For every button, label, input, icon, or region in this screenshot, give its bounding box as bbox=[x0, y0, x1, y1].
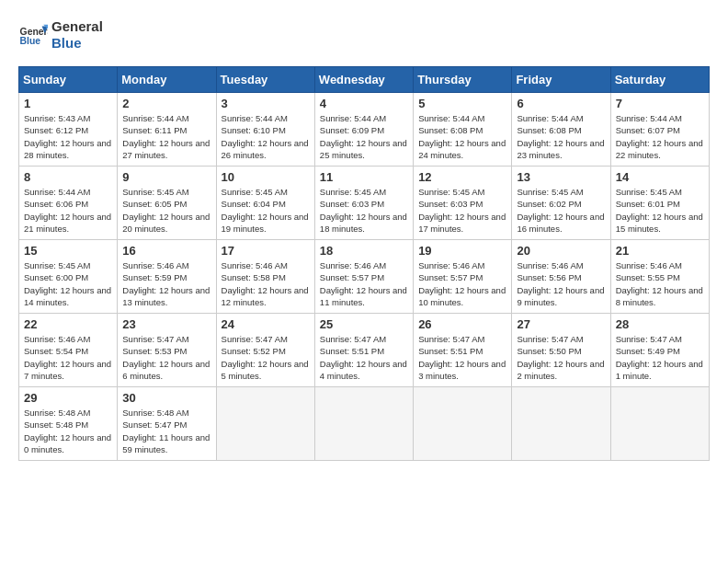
day-number: 2 bbox=[122, 97, 210, 110]
day-cell-2: 2 Sunrise: 5:44 AMSunset: 6:11 PMDayligh… bbox=[118, 93, 216, 167]
day-info: Sunrise: 5:47 AMSunset: 5:53 PMDaylight:… bbox=[122, 333, 210, 382]
day-cell-24: 24 Sunrise: 5:47 AMSunset: 5:52 PMDaylig… bbox=[216, 314, 314, 387]
day-cell-10: 10 Sunrise: 5:45 AMSunset: 6:04 PMDaylig… bbox=[216, 167, 314, 240]
day-number: 26 bbox=[418, 317, 506, 331]
day-number: 6 bbox=[517, 97, 605, 110]
day-cell-29: 29 Sunrise: 5:48 AMSunset: 5:48 PMDaylig… bbox=[19, 387, 118, 461]
col-monday: Monday bbox=[118, 67, 216, 93]
empty-cell bbox=[610, 387, 709, 461]
day-cell-30: 30 Sunrise: 5:48 AMSunset: 5:47 PMDaylig… bbox=[118, 387, 216, 461]
day-info: Sunrise: 5:45 AMSunset: 6:02 PMDaylight:… bbox=[517, 186, 605, 235]
day-number: 19 bbox=[418, 244, 506, 258]
day-info: Sunrise: 5:45 AMSunset: 6:00 PMDaylight:… bbox=[24, 259, 112, 308]
day-cell-13: 13 Sunrise: 5:45 AMSunset: 6:02 PMDaylig… bbox=[512, 167, 610, 240]
week-row-2: 8 Sunrise: 5:44 AMSunset: 6:06 PMDayligh… bbox=[19, 167, 710, 240]
day-info: Sunrise: 5:47 AMSunset: 5:50 PMDaylight:… bbox=[517, 333, 605, 382]
day-cell-8: 8 Sunrise: 5:44 AMSunset: 6:06 PMDayligh… bbox=[19, 167, 118, 240]
empty-cell bbox=[216, 387, 314, 461]
day-info: Sunrise: 5:46 AMSunset: 5:55 PMDaylight:… bbox=[616, 259, 704, 308]
col-sunday: Sunday bbox=[19, 67, 118, 93]
day-info: Sunrise: 5:44 AMSunset: 6:10 PMDaylight:… bbox=[222, 112, 310, 161]
day-number: 10 bbox=[222, 170, 310, 184]
day-info: Sunrise: 5:48 AMSunset: 5:47 PMDaylight:… bbox=[122, 407, 210, 455]
day-number: 14 bbox=[616, 170, 704, 184]
day-cell-19: 19 Sunrise: 5:46 AMSunset: 5:57 PMDaylig… bbox=[414, 240, 512, 314]
day-number: 27 bbox=[517, 317, 605, 331]
day-info: Sunrise: 5:44 AMSunset: 6:08 PMDaylight:… bbox=[418, 112, 506, 161]
col-friday: Friday bbox=[512, 67, 610, 93]
week-row-3: 15 Sunrise: 5:45 AMSunset: 6:00 PMDaylig… bbox=[19, 240, 710, 314]
day-info: Sunrise: 5:44 AMSunset: 6:11 PMDaylight:… bbox=[122, 112, 210, 161]
day-number: 16 bbox=[122, 244, 210, 258]
day-info: Sunrise: 5:48 AMSunset: 5:48 PMDaylight:… bbox=[24, 407, 112, 455]
day-cell-25: 25 Sunrise: 5:47 AMSunset: 5:51 PMDaylig… bbox=[314, 314, 413, 387]
day-cell-15: 15 Sunrise: 5:45 AMSunset: 6:00 PMDaylig… bbox=[19, 240, 118, 314]
day-info: Sunrise: 5:45 AMSunset: 6:05 PMDaylight:… bbox=[122, 186, 210, 235]
day-number: 4 bbox=[320, 97, 408, 110]
day-number: 15 bbox=[24, 244, 112, 258]
day-cell-6: 6 Sunrise: 5:44 AMSunset: 6:08 PMDayligh… bbox=[512, 93, 610, 167]
day-cell-3: 3 Sunrise: 5:44 AMSunset: 6:10 PMDayligh… bbox=[216, 93, 314, 167]
col-wednesday: Wednesday bbox=[314, 67, 413, 93]
day-cell-18: 18 Sunrise: 5:46 AMSunset: 5:57 PMDaylig… bbox=[314, 240, 413, 314]
day-number: 13 bbox=[517, 170, 605, 184]
day-number: 5 bbox=[418, 97, 506, 110]
day-info: Sunrise: 5:43 AMSunset: 6:12 PMDaylight:… bbox=[24, 112, 112, 161]
day-info: Sunrise: 5:47 AMSunset: 5:49 PMDaylight:… bbox=[616, 333, 704, 382]
day-info: Sunrise: 5:45 AMSunset: 6:01 PMDaylight:… bbox=[616, 186, 704, 235]
logo-blue: Blue bbox=[51, 35, 103, 52]
day-info: Sunrise: 5:46 AMSunset: 5:57 PMDaylight:… bbox=[418, 259, 506, 308]
day-info: Sunrise: 5:45 AMSunset: 6:03 PMDaylight:… bbox=[320, 186, 408, 235]
day-cell-12: 12 Sunrise: 5:45 AMSunset: 6:03 PMDaylig… bbox=[414, 167, 512, 240]
day-info: Sunrise: 5:46 AMSunset: 5:58 PMDaylight:… bbox=[222, 259, 310, 308]
day-cell-20: 20 Sunrise: 5:46 AMSunset: 5:56 PMDaylig… bbox=[512, 240, 610, 314]
empty-cell bbox=[414, 387, 512, 461]
col-saturday: Saturday bbox=[610, 67, 709, 93]
day-cell-27: 27 Sunrise: 5:47 AMSunset: 5:50 PMDaylig… bbox=[512, 314, 610, 387]
calendar-table: Sunday Monday Tuesday Wednesday Thursday… bbox=[18, 66, 710, 461]
svg-text:Blue: Blue bbox=[20, 36, 41, 46]
week-row-1: 1 Sunrise: 5:43 AMSunset: 6:12 PMDayligh… bbox=[19, 93, 710, 167]
day-info: Sunrise: 5:46 AMSunset: 5:56 PMDaylight:… bbox=[517, 259, 605, 308]
day-cell-16: 16 Sunrise: 5:46 AMSunset: 5:59 PMDaylig… bbox=[118, 240, 216, 314]
day-number: 12 bbox=[418, 170, 506, 184]
day-cell-26: 26 Sunrise: 5:47 AMSunset: 5:51 PMDaylig… bbox=[414, 314, 512, 387]
day-info: Sunrise: 5:44 AMSunset: 6:07 PMDaylight:… bbox=[616, 112, 704, 161]
day-info: Sunrise: 5:44 AMSunset: 6:06 PMDaylight:… bbox=[24, 186, 112, 235]
day-info: Sunrise: 5:46 AMSunset: 5:57 PMDaylight:… bbox=[320, 259, 408, 308]
day-number: 20 bbox=[517, 244, 605, 258]
day-number: 22 bbox=[24, 317, 112, 331]
day-number: 21 bbox=[616, 244, 704, 258]
day-number: 9 bbox=[122, 170, 210, 184]
day-cell-23: 23 Sunrise: 5:47 AMSunset: 5:53 PMDaylig… bbox=[118, 314, 216, 387]
day-number: 25 bbox=[320, 317, 408, 331]
day-cell-28: 28 Sunrise: 5:47 AMSunset: 5:49 PMDaylig… bbox=[610, 314, 709, 387]
day-cell-1: 1 Sunrise: 5:43 AMSunset: 6:12 PMDayligh… bbox=[19, 93, 118, 167]
week-row-4: 22 Sunrise: 5:46 AMSunset: 5:54 PMDaylig… bbox=[19, 314, 710, 387]
day-info: Sunrise: 5:44 AMSunset: 6:08 PMDaylight:… bbox=[517, 112, 605, 161]
day-number: 17 bbox=[222, 244, 310, 258]
logo-icon: General Blue bbox=[18, 20, 48, 50]
col-thursday: Thursday bbox=[414, 67, 512, 93]
day-info: Sunrise: 5:47 AMSunset: 5:51 PMDaylight:… bbox=[320, 333, 408, 382]
day-info: Sunrise: 5:45 AMSunset: 6:03 PMDaylight:… bbox=[418, 186, 506, 235]
day-info: Sunrise: 5:45 AMSunset: 6:04 PMDaylight:… bbox=[222, 186, 310, 235]
day-number: 1 bbox=[24, 97, 112, 110]
header-row: Sunday Monday Tuesday Wednesday Thursday… bbox=[19, 67, 710, 93]
day-info: Sunrise: 5:47 AMSunset: 5:51 PMDaylight:… bbox=[418, 333, 506, 382]
day-info: Sunrise: 5:47 AMSunset: 5:52 PMDaylight:… bbox=[222, 333, 310, 382]
day-cell-22: 22 Sunrise: 5:46 AMSunset: 5:54 PMDaylig… bbox=[19, 314, 118, 387]
day-number: 29 bbox=[24, 391, 112, 405]
logo-general: General bbox=[51, 18, 103, 35]
day-cell-7: 7 Sunrise: 5:44 AMSunset: 6:07 PMDayligh… bbox=[610, 93, 709, 167]
day-number: 24 bbox=[222, 317, 310, 331]
day-cell-14: 14 Sunrise: 5:45 AMSunset: 6:01 PMDaylig… bbox=[610, 167, 709, 240]
day-cell-9: 9 Sunrise: 5:45 AMSunset: 6:05 PMDayligh… bbox=[118, 167, 216, 240]
day-number: 3 bbox=[222, 97, 310, 110]
day-cell-11: 11 Sunrise: 5:45 AMSunset: 6:03 PMDaylig… bbox=[314, 167, 413, 240]
day-number: 18 bbox=[320, 244, 408, 258]
col-tuesday: Tuesday bbox=[216, 67, 314, 93]
day-number: 30 bbox=[122, 391, 210, 405]
day-info: Sunrise: 5:46 AMSunset: 5:54 PMDaylight:… bbox=[24, 333, 112, 382]
day-info: Sunrise: 5:44 AMSunset: 6:09 PMDaylight:… bbox=[320, 112, 408, 161]
